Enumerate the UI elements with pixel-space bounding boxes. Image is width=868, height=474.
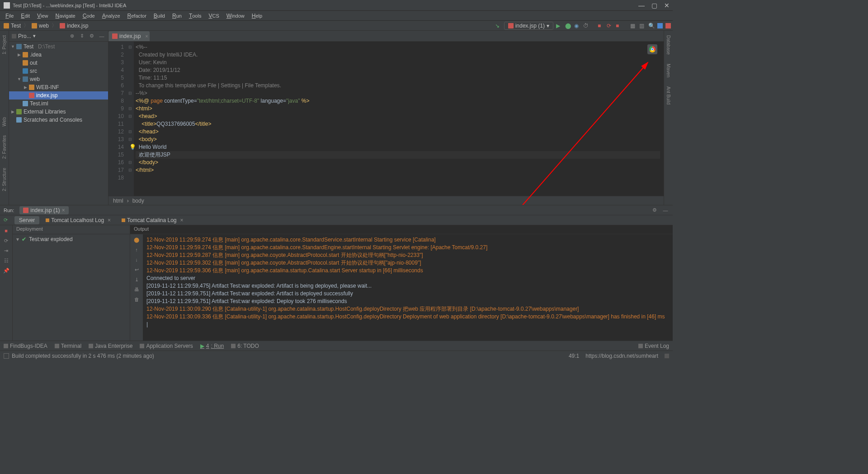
rail-maven[interactable]: Maven [666,64,671,77]
tree-item-test[interactable]: ▼TestD:\Test [9,43,108,51]
profile-icon[interactable]: ⏱ [583,23,590,29]
stop-icon[interactable]: ■ [3,227,10,234]
crumb-body[interactable]: body [132,198,144,204]
rail-web[interactable]: Web [2,117,7,126]
close-icon[interactable]: × [62,207,65,213]
tool2-icon[interactable]: ▥ [639,23,646,29]
rail-ant[interactable]: Ant Build [666,86,671,104]
tree-item-web[interactable]: ▼web [9,75,108,83]
tree-item-out[interactable]: out [9,59,108,67]
console-output[interactable]: 12-Nov-2019 11:29:59.274 信息 [main] org.a… [143,234,673,341]
tree-item-scratches-and-consoles[interactable]: Scratches and Consoles [9,116,108,124]
tool4-icon[interactable] [665,23,671,28]
dir-icon [23,52,28,57]
deploy-icon[interactable]: ⬤ [133,236,140,243]
menu-refactor[interactable]: Refactor [124,12,150,20]
menu-edit[interactable]: Edit [17,12,33,20]
gear-icon[interactable]: ⚙ [88,33,95,40]
close-icon[interactable]: × [146,34,148,39]
coverage-icon[interactable]: ◉ [574,23,580,29]
tw-4-run[interactable]: ▶ 4: Run [200,343,224,349]
tree-item-test-iml[interactable]: Test.iml [9,100,108,108]
tree-item-external-libraries[interactable]: ▶External Libraries [9,108,108,116]
rail-database[interactable]: Database [666,35,671,55]
rerun-icon[interactable]: ⟳ [2,217,9,224]
target-icon[interactable]: ⊕ [68,33,75,40]
build-icon[interactable]: ↘ [495,23,501,29]
menu-analyze[interactable]: Analyze [99,12,124,20]
tree-item-index-jsp[interactable]: index.jsp [9,91,108,100]
project-tree[interactable]: ▼TestD:\Test▶.ideaoutsrc▼web▶WEB-INFinde… [9,42,108,205]
rail-favorites[interactable]: 2: Favorites [2,135,7,159]
bottom-tool-bar: FindBugs-IDEATerminalJava EnterpriseAppl… [0,341,673,351]
step-icon[interactable]: ⇥ [3,247,10,254]
tree-item--idea[interactable]: ▶.idea [9,51,108,59]
run-config-selector[interactable]: index.jsp (1) ▾ [504,22,553,30]
run-icon[interactable]: ▶ [556,23,562,29]
code-editor[interactable]: 123456789101112131415161718 ⊟⊟⊟⊟⊟⊟⊟⊟ <%-… [108,42,664,196]
menu-run[interactable]: Run [169,12,185,20]
pin-icon[interactable]: 📌 [3,267,10,274]
gear-icon[interactable]: ⚙ [651,207,658,214]
editor-tab-index[interactable]: index.jsp × [108,31,150,41]
scroll-icon[interactable]: ⤓ [133,276,140,283]
hide-icon[interactable]: — [98,33,105,40]
menu-window[interactable]: Window [223,12,248,20]
deploy-item[interactable]: ▾ ✔ Test:war exploded [13,234,130,244]
encoding: https://blog.csdn.net/sumheart [585,353,658,359]
crumb-index.jsp[interactable]: index.jsp [58,23,90,29]
tool1-icon[interactable]: ▦ [630,23,637,29]
layout-icon[interactable]: ☷ [3,257,10,264]
crumb-web[interactable]: web [30,23,51,29]
debug-icon[interactable]: ⬤ [565,23,571,29]
open-in-chrome-button[interactable] [647,44,657,54]
wrap-icon[interactable]: ↩ [133,266,140,273]
tw-6-todo[interactable]: 6: TODO [231,343,259,349]
folder-icon [32,23,37,28]
tw-findbugs-idea[interactable]: FindBugs-IDEA [4,343,47,349]
tree-item-web-inf[interactable]: ▶WEB-INF [9,83,108,91]
menu-tools[interactable]: Tools [185,12,205,20]
close-icon[interactable]: × [180,217,184,223]
subtab-catalina-log[interactable]: Tomcat Catalina Log× [117,216,188,224]
crumb-test[interactable]: Test [2,23,23,29]
maximize-button[interactable]: ▢ [652,3,656,8]
rail-project[interactable]: 1: Project [2,35,7,54]
up-icon[interactable]: ↑ [133,246,140,253]
lock-icon[interactable] [665,354,669,358]
menu-file[interactable]: File [2,12,17,20]
subtab-localhost-log[interactable]: Tomcat Localhost Log× [41,216,115,224]
search-icon[interactable]: 🔍 [648,23,655,29]
subtab-server[interactable]: Server [14,216,39,224]
crumb-html[interactable]: html [113,198,123,204]
stop-icon[interactable]: ■ [598,23,604,29]
tw-java-enterprise[interactable]: Java Enterprise [89,343,132,349]
minimize-button[interactable]: — [639,3,644,8]
tree-item-src[interactable]: src [9,67,108,75]
print-icon[interactable]: 🖶 [133,286,140,293]
menu-view[interactable]: View [33,12,52,20]
menu-build[interactable]: Build [150,12,169,20]
close-button[interactable]: ✕ [665,3,669,8]
run-config-label: index.jsp (1) [515,23,545,29]
restart-icon[interactable]: ⟳ [3,237,10,244]
rail-structure[interactable]: 2: Structure [2,168,7,191]
run-panel: Run: index.jsp (1) × ⚙ — ⟳ Server Tomcat… [0,205,673,341]
collapse-icon[interactable]: ⇕ [78,33,85,40]
clear-icon[interactable]: 🗑 [133,296,140,303]
hide-icon[interactable]: — [662,207,669,214]
tw-application-servers[interactable]: Application Servers [140,343,193,349]
rerun-icon[interactable]: ⟳ [607,23,613,29]
menu-vcs[interactable]: VCS [205,12,222,20]
tool3-icon[interactable] [657,23,663,28]
status-icon[interactable] [4,353,9,359]
menu-code[interactable]: Code [79,12,99,20]
down-icon[interactable]: ↓ [133,256,140,263]
stop2-icon[interactable]: ■ [616,23,622,29]
tw-terminal[interactable]: Terminal [55,343,81,349]
menu-navigate[interactable]: Navigate [52,12,79,20]
close-icon[interactable]: × [108,217,111,223]
tw-event-log[interactable]: Event Log [638,343,669,349]
run-tab[interactable]: index.jsp (1) × [19,206,68,214]
menu-help[interactable]: Help [248,12,266,20]
